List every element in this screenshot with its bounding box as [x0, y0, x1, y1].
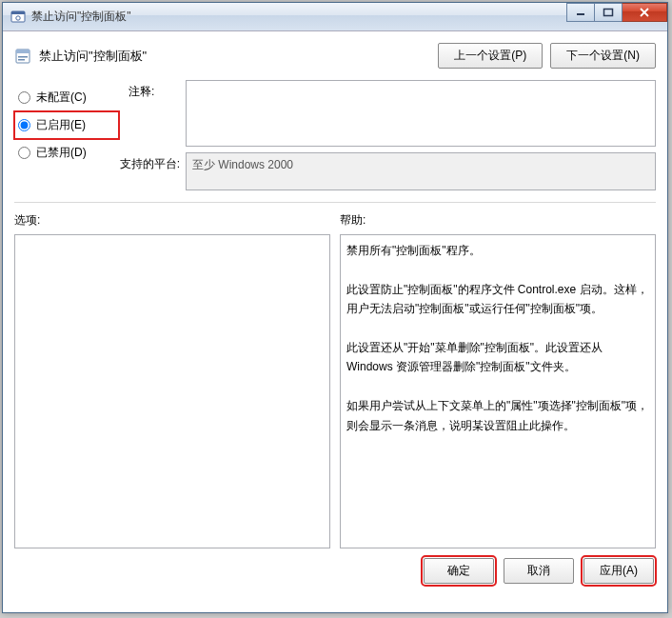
platform-box: 至少 Windows 2000: [186, 152, 656, 190]
svg-rect-8: [18, 59, 25, 61]
lower-area: 选项: 帮助: 禁用所有"控制面板"程序。 此设置防止"控制面板"的程序文件 C…: [14, 212, 656, 548]
radio-not-configured-input[interactable]: [18, 91, 30, 104]
page-title: 禁止访问"控制面板": [39, 48, 438, 65]
svg-rect-6: [16, 50, 30, 53]
maximize-button[interactable]: [594, 3, 623, 22]
app-icon: [10, 10, 26, 25]
svg-rect-7: [18, 56, 28, 58]
radio-disabled[interactable]: 已禁用(D): [14, 139, 119, 167]
options-column: 选项:: [14, 212, 330, 548]
radio-disabled-label: 已禁用(D): [36, 145, 87, 161]
radio-enabled[interactable]: 已启用(E): [14, 111, 119, 139]
header-row: 禁止访问"控制面板" 上一个设置(P) 下一个设置(N): [14, 37, 656, 80]
svg-rect-1: [11, 11, 25, 14]
cancel-button[interactable]: 取消: [504, 558, 574, 584]
comment-textarea[interactable]: [186, 80, 656, 147]
svg-rect-3: [577, 13, 584, 15]
platform-label: 支持的平台:: [113, 152, 186, 172]
close-button[interactable]: [622, 3, 667, 22]
divider: [14, 202, 656, 203]
help-box[interactable]: 禁用所有"控制面板"程序。 此设置防止"控制面板"的程序文件 Control.e…: [340, 234, 656, 548]
comment-label: 注释:: [128, 80, 186, 147]
options-box[interactable]: [14, 234, 330, 548]
fields-column: 注释: 支持的平台: 至少 Windows 2000: [128, 80, 656, 196]
help-label: 帮助:: [340, 212, 656, 229]
radio-group: 未配置(C) 已启用(E) 已禁用(D): [14, 80, 119, 196]
minimize-button[interactable]: [566, 3, 595, 22]
radio-enabled-input[interactable]: [18, 119, 30, 131]
window-controls: [567, 3, 667, 24]
ok-button[interactable]: 确定: [424, 558, 494, 584]
radio-not-configured[interactable]: 未配置(C): [14, 84, 119, 111]
footer-buttons: 确定 取消 应用(A): [14, 548, 656, 584]
dialog-window: 禁止访问"控制面板" 禁止访问"控制面板" 上一个设置(P) 下一个设置(N): [2, 2, 668, 613]
svg-rect-4: [604, 10, 613, 16]
window-title: 禁止访问"控制面板": [31, 9, 131, 25]
previous-setting-button[interactable]: 上一个设置(P): [438, 43, 543, 69]
options-label: 选项:: [14, 212, 330, 229]
help-column: 帮助: 禁用所有"控制面板"程序。 此设置防止"控制面板"的程序文件 Contr…: [340, 212, 656, 548]
content-area: 禁止访问"控制面板" 上一个设置(P) 下一个设置(N) 未配置(C) 已启用(…: [3, 31, 667, 593]
apply-button[interactable]: 应用(A): [583, 558, 654, 584]
next-setting-button[interactable]: 下一个设置(N): [550, 43, 656, 69]
radio-enabled-label: 已启用(E): [36, 117, 86, 133]
radio-disabled-input[interactable]: [18, 147, 30, 159]
radio-not-configured-label: 未配置(C): [36, 90, 87, 106]
policy-icon: [14, 48, 31, 65]
titlebar[interactable]: 禁止访问"控制面板": [3, 3, 667, 31]
config-area: 未配置(C) 已启用(E) 已禁用(D) 注释: 支持的平台:: [14, 80, 656, 196]
